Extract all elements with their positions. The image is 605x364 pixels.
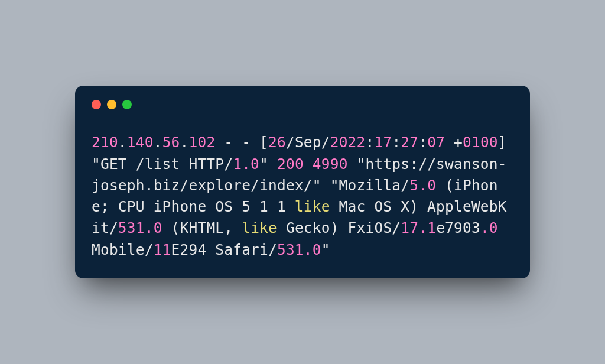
fxios-version: 17.1 bbox=[401, 219, 436, 236]
colon: : bbox=[418, 134, 427, 151]
ua-text: E294 Safari/ bbox=[171, 241, 277, 258]
log-text: - - [ bbox=[215, 134, 268, 151]
ua-text: "Mozilla/ bbox=[330, 177, 410, 194]
minimize-icon[interactable] bbox=[107, 100, 116, 109]
safari-version: 531.0 bbox=[277, 241, 321, 258]
time-hour: 17 bbox=[374, 134, 392, 151]
response-bytes: 4990 bbox=[313, 155, 348, 173]
time-sec: 07 bbox=[427, 134, 445, 151]
ua-text: e7903 bbox=[436, 219, 480, 236]
space bbox=[348, 155, 357, 173]
terminal-window: 210.140.56.102 - - [26/Sep/2022:17:27:07… bbox=[75, 86, 530, 278]
ua-text: (KHTML, bbox=[162, 219, 242, 236]
ip-octet: 102 bbox=[188, 134, 215, 151]
ua-text: " bbox=[321, 241, 330, 258]
dot: . bbox=[180, 134, 189, 151]
space bbox=[445, 134, 454, 151]
like-keyword: like bbox=[295, 198, 330, 215]
window-controls bbox=[92, 100, 513, 109]
plus: + bbox=[454, 134, 463, 151]
space bbox=[321, 177, 330, 194]
dot: . bbox=[118, 134, 127, 151]
space bbox=[304, 155, 313, 173]
http-version: 1.0 bbox=[233, 155, 259, 173]
dot: . bbox=[154, 134, 162, 151]
time-min: 27 bbox=[401, 134, 418, 151]
webkit-version: 531.0 bbox=[118, 219, 162, 236]
ua-text: Gecko) FxiOS/ bbox=[277, 219, 401, 236]
colon: : bbox=[366, 134, 375, 151]
close-icon[interactable] bbox=[92, 100, 101, 109]
mobile-build: 11 bbox=[154, 241, 171, 258]
maximize-icon[interactable] bbox=[122, 100, 132, 109]
date-year: 2022 bbox=[330, 134, 366, 151]
like-keyword: like bbox=[242, 219, 277, 236]
mozilla-version: 5.0 bbox=[409, 177, 436, 194]
timezone: 0100 bbox=[463, 134, 498, 151]
ip-octet: 210 bbox=[92, 134, 118, 151]
slash: / bbox=[286, 134, 295, 151]
slash: / bbox=[321, 134, 330, 151]
colon: : bbox=[392, 134, 401, 151]
ip-octet: 140 bbox=[127, 134, 154, 151]
status-code: 200 bbox=[277, 155, 304, 173]
date-month: Sep bbox=[295, 134, 321, 151]
log-text: " bbox=[259, 155, 277, 173]
ip-octet: 56 bbox=[162, 134, 180, 151]
date-day: 26 bbox=[268, 134, 286, 151]
log-output: 210.140.56.102 - - [26/Sep/2022:17:27:07… bbox=[92, 132, 513, 261]
fxios-version: .0 bbox=[480, 219, 498, 236]
